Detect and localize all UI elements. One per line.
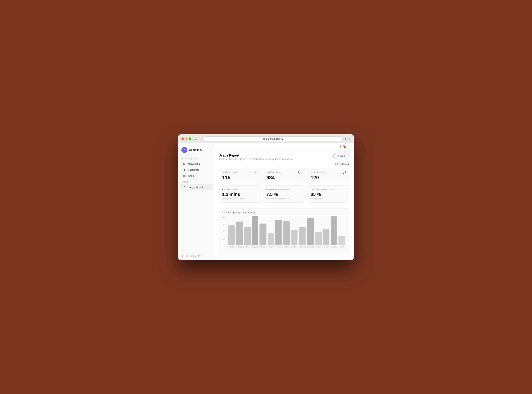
share-icon[interactable]: ⬆ (344, 137, 347, 140)
chevron-down-icon: ▾ (210, 149, 211, 151)
sidebar-item-label: Inbox (188, 175, 194, 177)
chevron-down-icon: ▾ (201, 255, 203, 257)
bar (283, 221, 290, 245)
stat-label: Total Messages 💬 (266, 171, 302, 174)
metric-value: 7.5 % (266, 192, 302, 197)
bar (244, 227, 250, 245)
bar-label: Payments (299, 246, 306, 247)
address-bar[interactable]: asa.alphablocks.ai (204, 136, 342, 141)
publish-button[interactable]: Publish (333, 154, 349, 159)
bookmark-icon[interactable]: 🔖 (343, 145, 347, 148)
sidebar-item-customize[interactable]: ♟ Customize (179, 167, 213, 173)
date-filter[interactable]: Last 7 days ▾ (219, 163, 349, 166)
chart-y-labels: 100 75 50 25 0 (222, 216, 225, 248)
add-icon[interactable]: + (348, 145, 350, 148)
bar (338, 236, 345, 245)
bar-label: Reports (284, 246, 289, 247)
text-icon: Aa (254, 171, 258, 174)
bar-group: Finance (275, 216, 282, 247)
bar-group: Pricing (236, 216, 243, 247)
bar (236, 222, 243, 245)
chart-section: Common Inquiries Categorization 100 75 5… (219, 208, 349, 255)
metric-value: 1.3 mins (222, 192, 258, 197)
bar-group: Reports (283, 216, 290, 247)
stat-value: 934 (266, 175, 302, 180)
stat-card-end-users: Total End Users Aa 115 (219, 168, 261, 183)
sidebar-toggle-icon[interactable]: ⊡ (195, 137, 197, 140)
metric-sub: decrease from past month (266, 197, 302, 200)
bar (291, 230, 297, 245)
bar (259, 223, 266, 245)
stats-section: Last 7 days ▾ Total End Users Aa 115 (214, 163, 354, 208)
traffic-light-red[interactable] (181, 137, 184, 140)
bar-label: Product (229, 246, 234, 247)
session-icon: 💬 (342, 171, 346, 174)
bar-group: Ops (323, 216, 329, 247)
page-header-text: Usage Report Track, analyze, and optimiz… (219, 154, 293, 160)
stat-card-sessions: Total Sessions 💬 120 (307, 168, 349, 183)
bar-label: FAQs (245, 246, 249, 247)
stat-card-messages: Total Messages 💬 934 (263, 168, 305, 183)
stat-value: 120 (311, 175, 346, 180)
top-bar-icons: ℹ 🔖 + (340, 145, 350, 148)
app-container: A Acme Inc. ▾ Bot management ⊞ Knowledge… (178, 143, 354, 260)
stat-label: Total Sessions 💬 (311, 171, 346, 174)
bar-group: Account (268, 216, 274, 247)
traffic-light-green[interactable] (189, 137, 191, 140)
stat-label: Total End Users Aa (222, 171, 258, 174)
usage-report-icon: ↗ (183, 186, 186, 189)
bar-group: Links (331, 216, 337, 247)
bar (331, 216, 337, 245)
stats-row: Total End Users Aa 115 Total Messages 💬 … (219, 168, 349, 183)
sidebar-item-label: Knowledge (188, 162, 200, 165)
info-icon[interactable]: ℹ (340, 145, 341, 148)
metric-label: Repeated Inquiries Rate (266, 188, 302, 191)
avatar: A (181, 147, 187, 153)
traffic-lights (181, 137, 191, 140)
bar-label: Finance (276, 246, 282, 247)
browser-nav-icons: ⊡ ‹ › (195, 137, 202, 140)
settings-icon[interactable]: ⚙ (181, 255, 183, 257)
bar (299, 227, 306, 245)
add-tab-icon[interactable]: + (349, 137, 351, 140)
section-label-bot: Bot management (178, 156, 214, 161)
bar (323, 229, 329, 245)
metric-sub: average per conversation (222, 197, 258, 200)
metrics-row: Resolution Time 1.3 mins average per con… (219, 185, 349, 203)
browser-action-icons: ⬆ + (344, 137, 351, 140)
traffic-light-yellow[interactable] (185, 137, 187, 140)
bar-label: Ops (325, 246, 328, 247)
chart-bars: ProductPricingFAQsSupportFeedbackAccount… (227, 216, 346, 248)
chart-title: Common Inquiries Categorization (222, 211, 346, 214)
sidebar-item-usage-report[interactable]: ↗ Usage Report (179, 184, 213, 190)
version-label: Beta V1.0 (190, 255, 200, 257)
bar-label: Pricing (237, 246, 242, 247)
metric-card-inquiries: Repeated Inquiries Rate 7.5 % decrease f… (263, 185, 305, 203)
bar (315, 232, 321, 245)
forward-icon[interactable]: › (201, 137, 202, 140)
sidebar-item-inbox[interactable]: ▦ Inbox (179, 173, 213, 179)
bar-group: Showcase (307, 216, 314, 247)
main-content: ℹ 🔖 + Usage Report Track, analyze, and o… (214, 143, 354, 260)
bar-group: Account (315, 216, 321, 247)
page-subtitle: Track, analyze, and optimize assistant e… (219, 158, 293, 160)
bar-label: Account (316, 246, 321, 247)
back-icon[interactable]: ‹ (199, 137, 199, 140)
moon-icon[interactable]: 🌙 (185, 255, 188, 257)
bar-group: Other (338, 216, 345, 247)
date-filter-chevron: ▾ (348, 163, 349, 166)
company-name: Acme Inc. (189, 148, 208, 152)
page-title: Usage Report (219, 154, 293, 157)
company-header[interactable]: A Acme Inc. ▾ (178, 146, 214, 156)
sidebar-footer: ⚙ 🌙 Beta V1.0 ▾ (178, 255, 214, 257)
bar-group: Feedback (259, 216, 266, 247)
bar (228, 225, 235, 245)
bar-group: FAQs (244, 216, 250, 247)
bar-label: Links (332, 246, 336, 247)
sidebar-item-knowledge[interactable]: ⊞ Knowledge (179, 161, 213, 167)
metric-sub: weekly growth (311, 197, 346, 200)
bar (252, 216, 258, 245)
sidebar-item-label: Customize (188, 168, 199, 171)
bar-group: Product (228, 216, 235, 247)
section-label-analysis: Analysis (178, 179, 214, 184)
